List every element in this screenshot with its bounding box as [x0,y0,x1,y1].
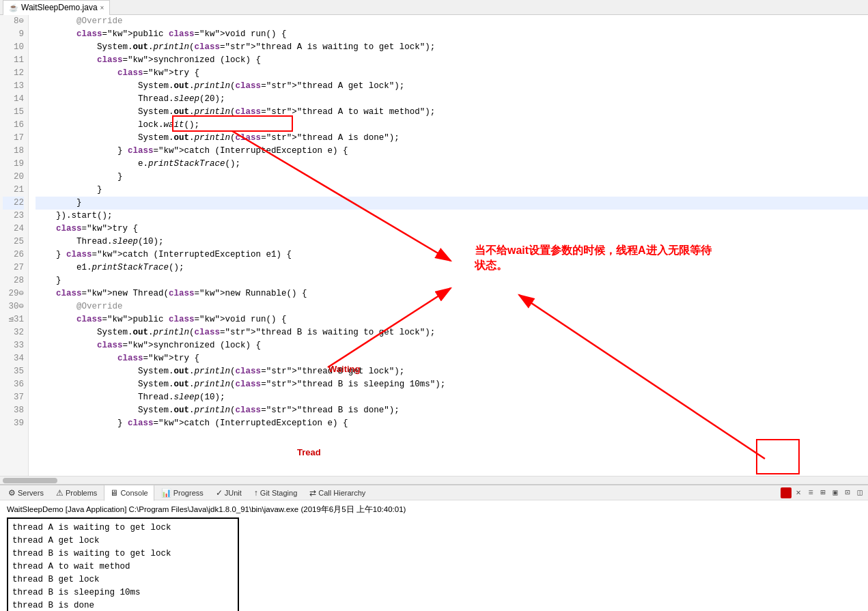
console-line: thread B is waiting to get lock [12,548,234,560]
line-number-26: 26 [3,248,24,261]
line-number-12: 12 [3,67,24,80]
line-number-11: 11 [3,54,24,67]
line-number-39: 39 [3,417,24,430]
line-number-34: 34 [3,352,24,365]
tab-label-Git Staging: Git Staging [260,489,297,497]
bottom-tab-git-staging[interactable]: ↑Git Staging [249,485,303,501]
tab-label-Servers: Servers [18,489,44,497]
line-number-29⊖: 29⊖ [3,287,24,300]
line-number-16: 16 [3,119,24,132]
toolbar-icon-2[interactable]: ⊞ [817,487,828,498]
bottom-tab-junit[interactable]: ✓JUnit [210,485,247,501]
code-line-23: class="kw">public class="kw">void run() … [36,313,868,326]
code-line-30: System.out.println(class="str">"thread B… [36,404,868,417]
code-line-26: class="kw">try { [36,352,868,365]
bottom-tab-call-hierarchy[interactable]: ⇄Call Hierarchy [304,485,371,501]
code-line-7: System.out.println(class="str">"thread A… [36,106,868,119]
line-number-30⊖: 30⊖ [3,300,24,313]
bottom-panel-tabs: ⚙Servers⚠Problems🖥Console📊Progress✓JUnit… [0,484,868,500]
line-number-36: 36 [3,378,24,391]
line-number-38: 38 [3,404,24,417]
code-line-14: } [36,197,868,210]
line-number-35: 35 [3,365,24,378]
line-number-21: 21 [3,184,24,197]
console-line: thread A to wait method [12,560,234,573]
code-line-22: @Override [36,300,868,313]
console-line: thread A is waiting to get lock [12,522,234,535]
tab-icon-JUnit: ✓ [216,488,223,498]
line-number-24: 24 [3,223,24,236]
line-number-32: 32 [3,326,24,339]
bottom-tab-problems[interactable]: ⚠Problems [51,485,102,501]
tab-icon-Console: 🖥 [110,488,118,498]
java-icon: ☕ [9,3,18,12]
tab-icon-Git Staging: ↑ [254,488,258,498]
console-line: thread A get lock [12,535,234,548]
code-line-28: System.out.println(class="str">"thread B… [36,378,868,391]
code-line-2: System.out.println(class="str">"thread A… [36,41,868,54]
close-icon[interactable]: × [100,4,104,12]
toolbar-icon-0[interactable]: ✕ [793,487,804,498]
toolbar-icon-4[interactable]: ⊡ [842,487,853,498]
bottom-tab-console[interactable]: 🖥Console [104,485,154,501]
tab-label-JUnit: JUnit [225,489,242,497]
code-line-10: } class="kw">catch (InterruptedException… [36,145,868,158]
tab-label: WaitSleepDemo.java [21,3,98,12]
tab-label-Progress: Progress [173,489,204,497]
code-line-24: System.out.println(class="str">"thread B… [36,326,868,339]
line-number-10: 10 [3,41,24,54]
code-line-20: } [36,274,868,287]
line-number-22: 22 [3,197,24,210]
code-content[interactable]: @Override class="kw">public class="kw">v… [29,15,868,476]
code-line-16: class="kw">try { [36,223,868,236]
code-line-21: class="kw">new Thread(class="kw">new Run… [36,287,868,300]
code-line-0: @Override [36,15,868,28]
tab-icon-Progress: 📊 [161,488,171,498]
tab-label-Call Hierarchy: Call Hierarchy [318,489,365,497]
bottom-tab-progress[interactable]: 📊Progress [156,485,209,501]
code-line-1: class="kw">public class="kw">void run() … [36,28,868,41]
line-number-14: 14 [3,93,24,106]
code-line-8: lock.wait(); [36,119,868,132]
line-number-25: 25 [3,236,24,248]
stop-button[interactable] [781,487,792,498]
code-line-3: class="kw">synchronized (lock) { [36,54,868,67]
bottom-tab-servers[interactable]: ⚙Servers [3,485,49,501]
tab-bar: ☕ WaitSleepDemo.java × [0,0,868,15]
code-line-19: e1.printStackTrace(); [36,261,868,274]
line-number-17: 17 [3,132,24,145]
toolbar-icon-5[interactable]: ◫ [854,487,865,498]
tab-label-Problems: Problems [66,489,97,497]
toolbar-icon-1[interactable]: ≡ [805,487,816,498]
console-area: WaitSleepDemo [Java Application] C:\Prog… [0,500,868,611]
line-number-13: 13 [3,80,24,93]
line-number-20: 20 [3,171,24,184]
tab-label-Console: Console [120,489,148,497]
line-number-23: 23 [3,210,24,223]
code-line-13: } [36,184,868,197]
code-line-25: class="kw">synchronized (lock) { [36,339,868,352]
line-number-33: 33 [3,339,24,352]
code-line-6: Thread.sleep(20); [36,93,868,106]
code-line-27: System.out.println(class="str">"thread B… [36,365,868,378]
tab-waitsleep[interactable]: ☕ WaitSleepDemo.java × [3,0,110,15]
code-line-31: } class="kw">catch (InterruptedException… [36,417,868,430]
code-line-11: e.printStackTrace(); [36,158,868,171]
console-line: thread B is done [12,599,234,611]
line-number-19: 19 [3,158,24,171]
line-number-37: 37 [3,391,24,404]
code-line-17: Thread.sleep(10); [36,236,868,248]
console-toolbar: ✕≡⊞▣⊡◫ [781,487,868,498]
scrollbar-thumb[interactable] [3,478,57,483]
code-line-4: class="kw">try { [36,67,868,80]
line-number-15: 15 [3,106,24,119]
line-number-18: 18 [3,145,24,158]
scrollbar-horizontal[interactable] [0,476,868,484]
console-line: thread B is sleeping 10ms [12,586,234,599]
toolbar-icon-3[interactable]: ▣ [830,487,841,498]
console-output-box: thread A is waiting to get lockthread A … [7,517,239,611]
line-number-9: 9 [3,28,24,41]
tab-icon-Problems: ⚠ [56,488,64,498]
tab-icon-Servers: ⚙ [8,488,16,498]
tab-icon-Call Hierarchy: ⇄ [309,488,316,498]
